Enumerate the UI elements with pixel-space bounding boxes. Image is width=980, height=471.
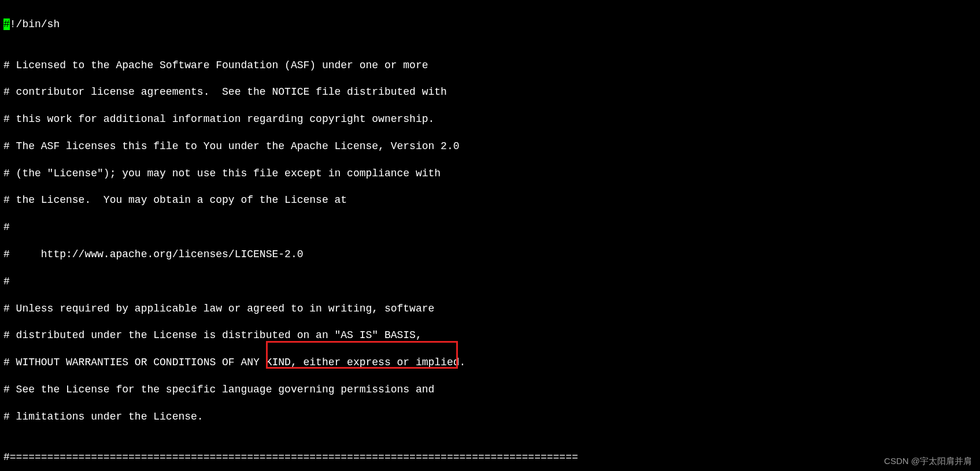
terminal-editor[interactable]: #!/bin/sh # Licensed to the Apache Softw… <box>0 0 980 471</box>
section-separator: #=======================================… <box>3 451 977 464</box>
comment-line: # Licensed to the Apache Software Founda… <box>3 59 977 72</box>
comment-line: # contributor license agreements. See th… <box>3 86 977 99</box>
comment-line: # distributed under the License is distr… <box>3 329 977 342</box>
comment-line: # http://www.apache.org/licenses/LICENSE… <box>3 248 977 261</box>
shebang-line: #!/bin/sh <box>3 18 977 31</box>
comment-line: # <box>3 275 977 288</box>
comment-line: # <box>3 221 977 234</box>
comment-line: # The ASF licenses this file to You unde… <box>3 140 977 153</box>
comment-line: # the License. You may obtain a copy of … <box>3 194 977 207</box>
watermark-text: CSDN @宇太阳肩并肩 <box>884 455 972 467</box>
comment-line: # Unless required by applicable law or a… <box>3 302 977 316</box>
comment-line: # limitations under the License. <box>3 410 977 424</box>
comment-line: # this work for additional information r… <box>3 113 977 126</box>
shebang-text: !/bin/sh <box>10 18 60 30</box>
comment-line: # WITHOUT WARRANTIES OR CONDITIONS OF AN… <box>3 356 977 369</box>
comment-line: # (the "License"); you may not use this … <box>3 167 977 180</box>
cursor-block: # <box>3 18 10 30</box>
comment-line: # See the License for the specific langu… <box>3 383 977 396</box>
